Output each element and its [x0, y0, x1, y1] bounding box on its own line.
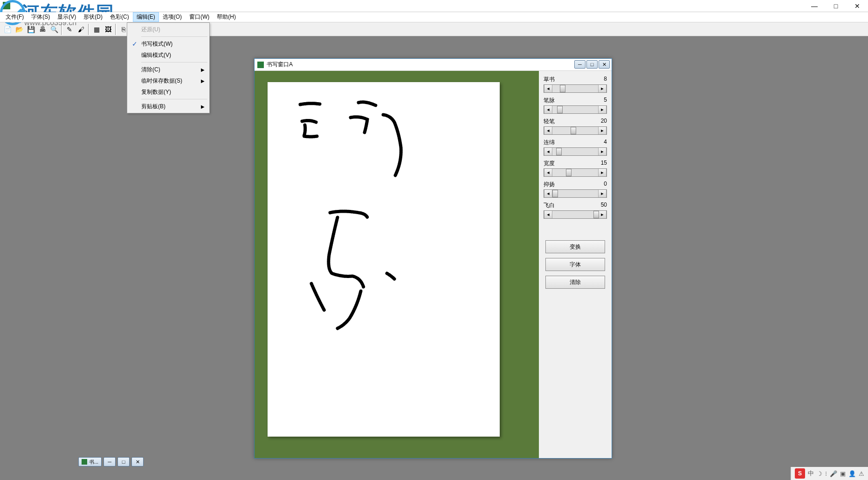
slider-value: 15 [601, 160, 607, 167]
slider-宽度: 宽度15 ◄ ► [544, 160, 607, 177]
menu-copy-data[interactable]: 复制数据(Y) [128, 86, 208, 97]
arrow-left-icon[interactable]: ◄ [544, 148, 552, 155]
chevron-right-icon: ▶ [201, 67, 205, 72]
mdi-taskbar: 书... ─ □ ✕ [78, 457, 144, 467]
mdi-close-button[interactable]: ✕ [131, 457, 144, 466]
slider-thumb[interactable] [593, 211, 599, 218]
window-maximize-button[interactable]: □ [825, 0, 847, 12]
slider-thumb[interactable] [557, 106, 563, 113]
child-app-icon [82, 459, 87, 465]
arrow-left-icon[interactable]: ◄ [544, 85, 552, 92]
toolbar-separator [61, 24, 62, 35]
mdi-minimize-button[interactable]: ─ [103, 457, 116, 466]
menu-font[interactable]: 字体(S) [28, 12, 54, 22]
slider-track[interactable]: ◄ ► [544, 168, 607, 177]
chevron-right-icon: ▶ [201, 78, 205, 83]
user-icon[interactable]: 👤 [848, 470, 856, 477]
ime-language[interactable]: 中 [808, 469, 814, 478]
slider-track[interactable]: ◄ ► [544, 189, 607, 198]
slider-label: 轻笔 [544, 118, 555, 125]
slider-草书: 草书8 ◄ ► [544, 76, 607, 93]
slider-thumb[interactable] [566, 169, 572, 176]
slider-value: 5 [604, 97, 607, 104]
preview-icon[interactable]: 🔍 [48, 24, 60, 35]
menu-clipboard[interactable]: 剪贴板(B)▶ [128, 101, 208, 112]
menu-edit[interactable]: 编辑(E) [133, 12, 159, 22]
screen-icon[interactable]: ▣ [840, 470, 846, 477]
slider-label: 笔脉 [544, 97, 555, 104]
window-minimize-button[interactable]: — [804, 0, 825, 12]
slider-飞白: 飞白50 ◄ ► [544, 202, 607, 219]
slider-track[interactable]: ◄ ► [544, 105, 607, 114]
brush-icon[interactable]: 🖌 [76, 24, 87, 35]
arrow-right-icon[interactable]: ► [598, 148, 606, 155]
arrow-left-icon[interactable]: ◄ [544, 127, 552, 134]
font-button[interactable]: 字体 [545, 258, 605, 271]
menu-window[interactable]: 窗口(W) [186, 12, 213, 22]
convert-button[interactable]: 变换 [545, 240, 605, 253]
arrow-right-icon[interactable]: ► [598, 211, 606, 218]
ime-badge-icon[interactable]: S [795, 468, 805, 479]
print-icon[interactable]: 🖶 [37, 24, 48, 35]
arrow-right-icon[interactable]: ► [598, 85, 606, 92]
menu-file[interactable]: 文件(F) [2, 12, 28, 22]
arrow-right-icon[interactable]: ► [598, 190, 606, 197]
mdi-window-tab[interactable]: 书... [78, 457, 102, 466]
pen-icon[interactable]: ✎ [64, 24, 75, 35]
arrow-right-icon[interactable]: ► [598, 106, 606, 113]
writing-window: 书写窗口A ─ □ ✕ [254, 58, 612, 459]
menu-option[interactable]: 选项(O) [159, 12, 186, 22]
slider-track[interactable]: ◄ ► [544, 84, 607, 93]
child-minimize-button[interactable]: ─ [574, 60, 586, 69]
moon-icon[interactable]: ☽ [817, 470, 822, 477]
menu-color[interactable]: 色彩(C) [106, 12, 133, 22]
network-icon[interactable]: ⁝ [825, 470, 827, 477]
arrow-left-icon[interactable]: ◄ [544, 211, 552, 218]
menu-undo: 还原(U) [128, 24, 208, 35]
child-close-button[interactable]: ✕ [599, 60, 610, 69]
slider-thumb[interactable] [552, 190, 558, 197]
writing-canvas[interactable] [268, 82, 500, 437]
menu-separator [141, 99, 207, 99]
system-tray: S 中 ☽ ⁝ 🎤 ▣ 👤 ⚠ [791, 467, 868, 480]
slider-thumb[interactable] [560, 85, 565, 92]
check-icon: ✓ [132, 40, 138, 48]
menu-view[interactable]: 显示(V) [54, 12, 80, 22]
new-icon[interactable]: 📄 [2, 24, 13, 35]
arrow-left-icon[interactable]: ◄ [544, 190, 552, 197]
warning-icon[interactable]: ⚠ [859, 470, 864, 477]
slider-label: 连绵 [544, 139, 555, 146]
mdi-maximize-button[interactable]: □ [117, 457, 130, 466]
slider-thumb[interactable] [556, 148, 562, 155]
image-icon[interactable]: 🖼 [103, 24, 114, 35]
child-maximize-button[interactable]: □ [586, 60, 598, 69]
arrow-left-icon[interactable]: ◄ [544, 106, 552, 113]
menu-help[interactable]: 帮助(H) [213, 12, 240, 22]
menu-write-mode[interactable]: ✓书写模式(W) [128, 38, 208, 49]
slider-thumb[interactable] [571, 127, 576, 134]
slider-track[interactable]: ◄ ► [544, 210, 607, 219]
save-icon[interactable]: 💾 [25, 24, 36, 35]
open-icon[interactable]: 📂 [14, 24, 25, 35]
controls-panel: 草书8 ◄ ► 笔脉5 ◄ ► 轻笔20 ◄ ► 连绵4 ◄ ► 宽度15 ◄ … [539, 71, 612, 458]
arrow-left-icon[interactable]: ◄ [544, 169, 552, 176]
clear-button[interactable]: 清除 [545, 276, 605, 289]
menu-shape[interactable]: 形状(D) [80, 12, 106, 22]
arrow-right-icon[interactable]: ► [598, 169, 606, 176]
window-close-button[interactable]: ✕ [847, 0, 868, 12]
slider-连绵: 连绵4 ◄ ► [544, 139, 607, 156]
slider-label: 抑扬 [544, 181, 555, 188]
menu-temp-save[interactable]: 临时保存数据(S)▶ [128, 75, 208, 86]
mic-icon[interactable]: 🎤 [830, 470, 837, 477]
slider-value: 8 [604, 76, 607, 83]
menu-edit-mode[interactable]: 编辑模式(V) [128, 49, 208, 61]
grid-icon[interactable]: ▦ [91, 24, 102, 35]
slider-track[interactable]: ◄ ► [544, 126, 607, 135]
slider-track[interactable]: ◄ ► [544, 147, 607, 156]
child-titlebar[interactable]: 书写窗口A ─ □ ✕ [255, 59, 612, 71]
arrow-right-icon[interactable]: ► [598, 127, 606, 134]
toolbar-separator [88, 24, 90, 35]
titlebar: — □ ✕ [0, 0, 868, 12]
app-icon [3, 2, 10, 9]
menu-clear[interactable]: 清除(C)▶ [128, 64, 208, 75]
